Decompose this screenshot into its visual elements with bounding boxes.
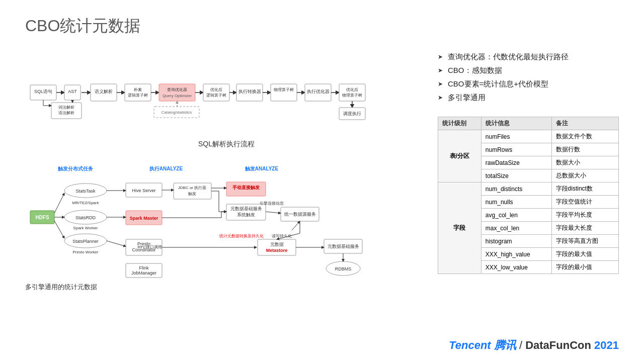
svg-rect-15 [125,84,151,101]
stat-note: 字段空值统计 [551,196,618,209]
svg-text:查询优化器: 查询优化器 [167,87,187,92]
slide: CBO统计元数据 SQL语句 AST 词法解析 [0,0,644,362]
svg-text:Spark Worker: Spark Worker [73,226,98,230]
stat-name: histogram [481,235,551,248]
stat-note: 数据行数 [551,143,618,156]
stat-name: num_distincts [481,183,551,196]
svg-text:StatsRDD: StatsRDD [75,215,96,220]
category-table: 表/分区 [438,130,481,183]
stat-note: 字段平均长度 [551,209,618,222]
page-title: CBO统计元数据 [25,15,619,37]
svg-text:逻辑算子树: 逻辑算子树 [206,93,226,98]
footer-slash: / [519,339,525,351]
svg-line-74 [107,241,126,246]
svg-text:物理算子树: 物理算子树 [274,87,294,92]
svg-text:SQL语句: SQL语句 [34,89,52,94]
svg-text:执行转换器: 执行转换器 [238,89,261,94]
stat-name: max_col_len [481,222,551,235]
category-field: 字段 [438,183,481,274]
svg-text:手动直接触发: 手动直接触发 [232,185,260,190]
svg-text:Flink: Flink [139,265,149,270]
col-header-info: 统计信息 [481,117,551,130]
stat-note: 字段distinct数 [551,183,618,196]
svg-text:StatsTask: StatsTask [75,189,96,194]
stat-name: num_nulls [481,196,551,209]
svg-text:引擎连接信息: 引擎连接信息 [260,201,284,206]
point-3: CBO要素=统计信息+代价模型 [438,79,619,89]
point-4: 多引擎通用 [438,93,619,103]
svg-text:MR/TEZ/Spark: MR/TEZ/Spark [72,201,100,205]
stat-name: XXX_high_value [481,248,551,261]
stat-note: 字段的最小值 [551,261,618,274]
svg-text:AST: AST [68,89,77,94]
svg-text:Metastore: Metastore [266,248,288,253]
svg-text:词法解析: 词法解析 [58,105,74,110]
stat-note: 总数据大小 [551,169,618,183]
svg-text:执行ANALYZE: 执行ANALYZE [149,166,183,171]
svg-text:元数据基础服务: 元数据基础服务 [230,206,262,211]
stat-note: 数据文件个数 [551,130,618,143]
svg-text:逻辑算子树: 逻辑算子树 [128,93,148,98]
svg-text:统一数据源服务: 统一数据源服务 [284,212,316,217]
svg-text:调度执行: 调度执行 [343,111,361,116]
flow-svg: SQL语句 AST 词法解析 语法解析 [25,47,377,143]
svg-text:物理算子树: 物理算子树 [342,93,362,98]
svg-text:触发ANALYZE: 触发ANALYZE [245,166,279,171]
svg-text:优化后: 优化后 [346,87,358,92]
svg-text:Query Optimizer: Query Optimizer [163,94,192,98]
tencent-en-label: Tencent [449,339,491,351]
svg-text:优化后: 优化后 [210,87,222,92]
stat-name: totalSize [481,169,551,183]
svg-text:RDBMS: RDBMS [335,266,352,272]
footer: Tencent 腾讯 / DataFunCon 2021 [449,338,619,353]
svg-rect-33 [271,84,297,101]
svg-text:语法解析: 语法解析 [58,111,74,115]
svg-text:StatsPlanner: StatsPlanner [72,239,99,244]
bottom-svg: 触发分布式任务 执行ANALYZE 触发ANALYZE HDFS StatsTa… [25,163,377,279]
svg-text:元数据: 元数据 [270,242,284,247]
svg-text:Catalog/statistics: Catalog/statistics [162,110,192,115]
tencent-cn-label: 腾讯 [494,339,516,351]
svg-rect-26 [203,84,229,101]
stat-name: numFiles [481,130,551,143]
svg-rect-39 [339,84,365,101]
svg-line-96 [266,212,281,213]
content-area: SQL语句 AST 词法解析 语法解析 [25,47,619,344]
flow-diagram-area: SQL语句 AST 词法解析 语法解析 [25,47,428,158]
svg-text:朴素: 朴素 [133,87,142,92]
svg-text:Hive Server: Hive Server [132,188,155,193]
svg-text:触发: 触发 [188,192,196,196]
stat-note: 字段等高直方图 [551,235,618,248]
point-2: CBO：感知数据 [438,66,619,75]
stat-note: 字段的最大值 [551,248,618,261]
bottom-label: 多引擎通用的统计元数据 [25,283,428,292]
svg-text:触发分布式任务: 触发分布式任务 [57,166,94,171]
svg-line-103 [292,221,300,230]
svg-text:JobManager: JobManager [131,270,156,276]
stat-name: XXX_low_value [481,261,551,274]
table-row: 字段 num_distincts 字段distinct数 [438,183,619,196]
svg-text:统计元数据转换及持久化: 统计元数据转换及持久化 [219,234,264,238]
bottom-diagram-area: 触发分布式任务 执行ANALYZE 触发ANALYZE HDFS StatsTa… [25,163,428,344]
svg-text:JDBC or 执行器: JDBC or 执行器 [178,186,206,190]
left-panel: SQL语句 AST 词法解析 语法解析 [25,47,428,344]
right-panel: 查询优化器：代数优化最短执行路径 CBO：感知数据 CBO要素=统计信息+代价模… [438,47,619,344]
svg-line-61 [54,221,64,238]
stat-name: rawDataSize [481,156,551,169]
svg-text:元数据基础服务: 元数据基础服务 [328,244,359,249]
svg-text:语义解析: 语义解析 [95,89,113,94]
svg-text:执行优化器: 执行优化器 [307,89,330,94]
point-1: 查询优化器：代数优化最短执行路径 [438,52,619,62]
stat-note: 字段最大长度 [551,222,618,235]
svg-text:系统触发: 系统触发 [237,212,255,217]
svg-text:Spark Master: Spark Master [130,216,158,221]
datafuncon-label: DataFunCon [525,339,591,351]
svg-text:RPC接口调用: RPC接口调用 [138,245,163,249]
stat-note: 数据大小 [551,156,618,169]
col-header-level: 统计级别 [438,117,481,130]
stat-name: numRows [481,143,551,156]
stats-table: 统计级别 统计信息 备注 表/分区 numFiles 数据文件个数 numRow… [438,117,619,274]
svg-line-59 [54,193,64,213]
svg-text:HDFS: HDFS [35,215,49,220]
svg-text:Presto Worker: Presto Worker [73,250,99,254]
